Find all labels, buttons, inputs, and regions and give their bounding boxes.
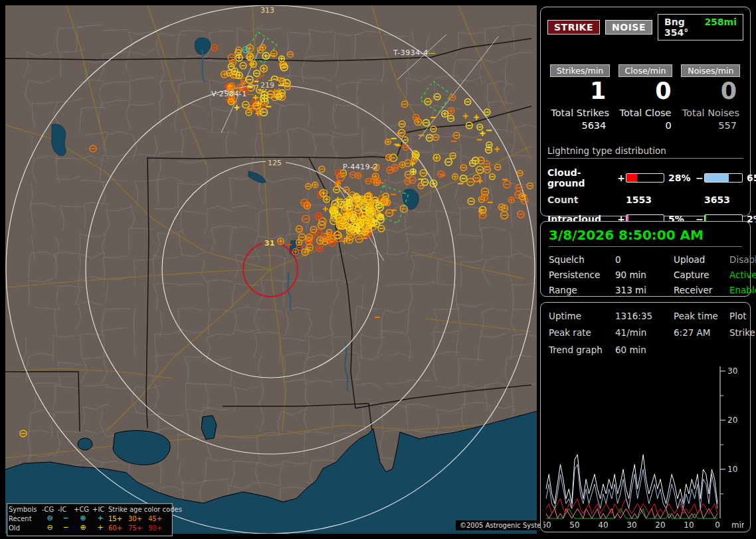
bearing-readout: Bng 354° 258mi (658, 14, 743, 40)
noises-per-min-value: 0 (678, 77, 743, 105)
recent-neg-ic-icon: − (58, 515, 74, 522)
lightning-tracker-app: { "side": { "strike_btn": "STRIKE", "noi… (0, 0, 756, 539)
recent-pos-cg-icon: ⊕ (74, 515, 92, 522)
trend-graph-label: Trend graph (549, 345, 615, 355)
legend-header-pos-ic: +IC (92, 506, 108, 513)
cg-minus-count: 3653 (704, 194, 743, 205)
trend-panel: Uptime 1316:35 Peak time Plot Peak rate … (540, 302, 751, 532)
svg-text:30: 30 (727, 366, 737, 376)
strike-map-canvas[interactable]: 12521931331V-2584-1—T-3934-4—P-4419-2— (5, 5, 537, 534)
age-code-30: 30+ (128, 515, 148, 522)
storm-label: T-3934-4— (393, 48, 436, 57)
legend-row-old-label: Old (9, 524, 42, 532)
peak-time-label: Peak time (674, 311, 729, 321)
svg-text:30: 30 (626, 520, 636, 530)
total-strikes-label: Total Strikes (547, 108, 613, 118)
svg-text:50: 50 (569, 520, 579, 530)
range-label: Range (549, 285, 615, 295)
peak-rate-value: 41/min (615, 327, 674, 338)
age-code-60: 60+ (108, 524, 128, 532)
persistence-label: Persistence (549, 270, 615, 280)
strike-mode-button[interactable]: STRIKE (547, 20, 600, 35)
noise-mode-button[interactable]: NOISE (605, 20, 652, 35)
trend-graph-value: 60 min (615, 345, 742, 355)
strikes-per-min-column: Strikes/min 1 Total Strikes 5634 (547, 64, 613, 131)
system-settings-panel: 3/8/2026 8:50:00 AM Squelch 0 Upload Dis… (540, 221, 751, 297)
age-code-90: 90+ (148, 524, 168, 532)
cg-plus-percent: 28% (664, 173, 695, 183)
recent-neg-cg-icon: ⊖ (42, 515, 58, 522)
plus-sign: + (616, 173, 626, 183)
cg-minus-bar (704, 173, 743, 183)
trend-series-total (546, 455, 717, 504)
uptime-value: 1316:35 (615, 311, 674, 321)
svg-text:min: min (731, 520, 744, 530)
plot-value: Strike (729, 327, 755, 338)
cg-minus-percent: 65% (743, 173, 756, 183)
capture-status: Active (729, 270, 756, 280)
svg-text:20: 20 (727, 416, 737, 425)
svg-text:0: 0 (715, 520, 720, 530)
cloud-ground-count-row: Count 1553 3653 (547, 194, 743, 205)
cg-plus-bar (626, 173, 664, 183)
receiver-status: Enabled (729, 285, 756, 295)
svg-text:10: 10 (727, 465, 737, 474)
map-legend: Symbols -CG -IC +CG +IC Strike age color… (7, 503, 173, 536)
squelch-label: Squelch (549, 254, 615, 265)
close-per-min-column: Close/min 0 Total Close 0 (613, 64, 678, 131)
receiver-label: Receiver (674, 285, 729, 295)
legend-header-neg-ic: -IC (58, 506, 74, 513)
ring-label-313: 313 (260, 6, 274, 15)
upload-status: Disabled (729, 254, 756, 265)
legend-header-pos-cg: +CG (74, 506, 92, 513)
svg-text:40: 40 (598, 520, 608, 530)
range-value: 313 mi (615, 285, 674, 295)
age-code-15: 15+ (108, 515, 128, 522)
ring-label-31: 31 (264, 239, 274, 248)
distribution-header: Lightning type distribution (547, 145, 743, 159)
capture-label: Capture (674, 270, 729, 280)
storm-label: V-2584-1— (211, 90, 254, 98)
plot-label: Plot (729, 311, 755, 321)
svg-text:20: 20 (655, 520, 665, 530)
total-noises-value: 557 (678, 120, 743, 131)
total-noises-label: Total Noises (678, 108, 743, 118)
strike-map[interactable]: 12521931331V-2584-1—T-3934-4—P-4419-2— S… (5, 5, 537, 534)
close-per-min-value: 0 (613, 77, 678, 105)
trend-graph: 1020306050403020100min (543, 356, 744, 531)
bearing-distance: 258mi (704, 17, 737, 38)
storm-label: P-4419-2— (343, 163, 386, 171)
old-neg-ic-icon: − (58, 524, 74, 531)
bearing-value: Bng 354° (664, 17, 704, 38)
legend-row-recent-label: Recent (9, 515, 42, 522)
old-neg-cg-icon: ⊖ (42, 524, 58, 531)
legend-header-age-codes: Strike age color codes (108, 506, 168, 513)
peak-time-value: 6:27 AM (674, 327, 729, 338)
peak-rate-label: Peak rate (549, 327, 615, 338)
cloud-ground-label: Cloud-ground (547, 167, 616, 189)
strikes-per-min-badge: Strikes/min (550, 64, 610, 77)
upload-label: Upload (674, 254, 729, 265)
svg-text:10: 10 (684, 520, 694, 530)
minus-sign: − (695, 173, 704, 183)
noises-per-min-column: Noises/min 0 Total Noises 557 (678, 64, 743, 131)
close-per-min-badge: Close/min (618, 64, 673, 77)
squelch-value: 0 (615, 254, 674, 265)
old-pos-cg-icon: ⊕ (74, 524, 92, 531)
svg-text:60: 60 (543, 520, 551, 530)
legend-header-symbols: Symbols (9, 506, 42, 513)
date-time-display: 3/8/2026 8:50:00 AM (549, 227, 742, 247)
age-code-75: 75+ (128, 524, 148, 532)
cloud-ground-row: Cloud-ground + 28% − 65% (547, 167, 743, 189)
total-close-value: 0 (613, 120, 678, 131)
legend-header-neg-cg: -CG (42, 506, 58, 513)
ring-label-125: 125 (268, 159, 282, 167)
strikes-per-min-value: 1 (547, 77, 613, 105)
age-code-45: 45+ (148, 515, 168, 522)
ring-label-219: 219 (260, 81, 274, 90)
old-pos-ic-icon: + (92, 524, 108, 531)
cg-count-label: Count (547, 194, 616, 205)
recent-pos-ic-icon: + (92, 515, 108, 522)
total-close-label: Total Close (613, 108, 678, 118)
strike-counters-panel: STRIKE NOISE Bng 354° 258mi Strikes/min … (540, 7, 751, 216)
